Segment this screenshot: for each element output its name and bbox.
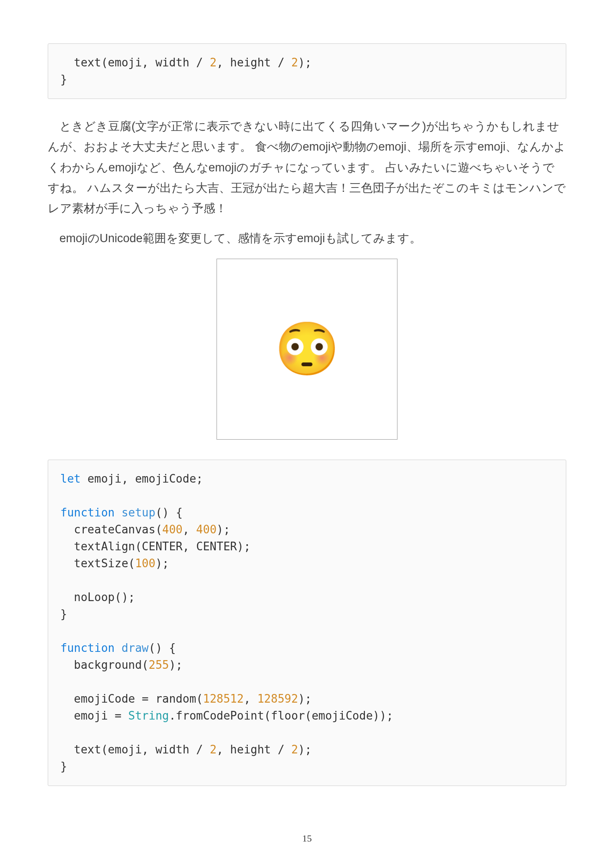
emoji-glyph: 😳 (275, 319, 340, 379)
body-paragraph-1: ときどき豆腐(文字が正常に表示できない時に出てくる四角いマーク)が出ちゃうかもし… (48, 116, 566, 219)
body-paragraph-2: emojiのUnicode範囲を変更して、感情を示すemojiも試してみます。 (48, 228, 566, 249)
code-block-2: let emoji, emojiCode; function setup() {… (48, 460, 566, 786)
emoji-preview-box: 😳 (217, 259, 397, 440)
page-number: 15 (0, 833, 614, 844)
code-block-1: text(emoji, width / 2, height / 2); } (48, 43, 566, 99)
document-page: text(emoji, width / 2, height / 2); } とき… (0, 0, 614, 868)
